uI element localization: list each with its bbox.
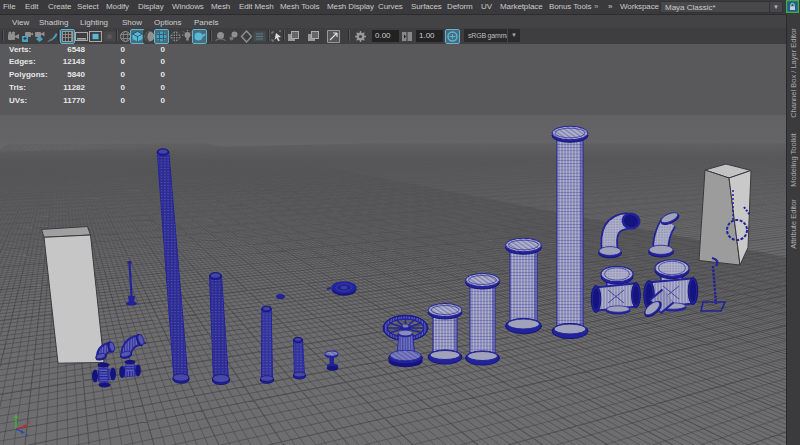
svg-text:z: z: [25, 432, 28, 438]
svg-text:x: x: [28, 419, 31, 425]
